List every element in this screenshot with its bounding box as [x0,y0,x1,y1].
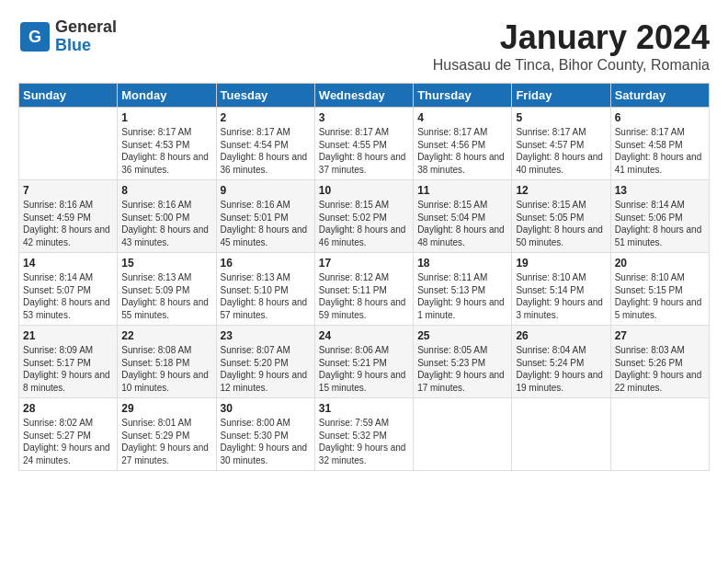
day-cell: 3Sunrise: 8:17 AMSunset: 4:55 PMDaylight… [314,108,413,180]
day-number: 3 [319,111,409,124]
day-number: 15 [121,257,211,270]
day-cell: 18Sunrise: 8:11 AMSunset: 5:13 PMDayligh… [414,253,512,326]
day-info: Sunrise: 8:16 AMSunset: 4:59 PMDaylight:… [23,200,110,247]
day-info: Sunrise: 8:15 AMSunset: 5:05 PMDaylight:… [516,200,603,247]
day-info: Sunrise: 8:16 AMSunset: 5:01 PMDaylight:… [221,200,308,247]
day-info: Sunrise: 8:17 AMSunset: 4:53 PMDaylight:… [121,127,209,175]
day-cell: 17Sunrise: 8:12 AMSunset: 5:11 PMDayligh… [314,253,413,326]
logo: G General Blue [18,18,117,55]
day-info: Sunrise: 8:07 AMSunset: 5:20 PMDaylight:… [221,345,308,393]
day-cell: 19Sunrise: 8:10 AMSunset: 5:14 PMDayligh… [512,253,610,326]
day-number: 9 [221,184,311,197]
day-info: Sunrise: 8:15 AMSunset: 5:02 PMDaylight:… [319,200,406,247]
day-number: 16 [221,257,311,270]
day-cell: 11Sunrise: 8:15 AMSunset: 5:04 PMDayligh… [414,180,512,253]
day-number: 27 [615,329,705,342]
day-cell [512,398,610,471]
day-info: Sunrise: 8:17 AMSunset: 4:54 PMDaylight:… [221,127,308,175]
day-cell: 28Sunrise: 8:02 AMSunset: 5:27 PMDayligh… [19,398,118,471]
day-number: 12 [516,184,606,197]
day-number: 11 [417,184,507,197]
day-cell: 5Sunrise: 8:17 AMSunset: 4:57 PMDaylight… [512,108,610,180]
day-cell: 29Sunrise: 8:01 AMSunset: 5:29 PMDayligh… [118,398,216,471]
week-row-3: 14Sunrise: 8:14 AMSunset: 5:07 PMDayligh… [19,253,710,326]
title-area: January 2024 Husasau de Tinca, Bihor Cou… [433,18,710,74]
day-info: Sunrise: 8:08 AMSunset: 5:18 PMDaylight:… [121,345,209,393]
day-number: 8 [121,184,211,197]
day-number: 24 [319,329,409,342]
day-number: 10 [319,184,409,197]
day-info: Sunrise: 8:03 AMSunset: 5:26 PMDaylight:… [615,345,702,393]
logo-blue-text: Blue [55,37,117,55]
week-row-4: 21Sunrise: 8:09 AMSunset: 5:17 PMDayligh… [19,326,710,398]
day-cell: 21Sunrise: 8:09 AMSunset: 5:17 PMDayligh… [19,326,118,398]
day-number: 13 [615,184,705,197]
day-number: 25 [417,329,507,342]
day-cell: 27Sunrise: 8:03 AMSunset: 5:26 PMDayligh… [610,326,709,398]
day-cell: 6Sunrise: 8:17 AMSunset: 4:58 PMDaylight… [610,108,709,180]
day-cell: 4Sunrise: 8:17 AMSunset: 4:56 PMDaylight… [414,108,512,180]
day-info: Sunrise: 8:05 AMSunset: 5:23 PMDaylight:… [417,345,505,393]
day-cell [610,398,709,471]
day-number: 29 [121,402,211,415]
day-info: Sunrise: 8:17 AMSunset: 4:57 PMDaylight:… [516,127,603,175]
day-cell: 23Sunrise: 8:07 AMSunset: 5:20 PMDayligh… [216,326,314,398]
day-cell: 22Sunrise: 8:08 AMSunset: 5:18 PMDayligh… [118,326,216,398]
day-number: 14 [23,257,113,270]
day-number: 17 [319,257,409,270]
day-info: Sunrise: 8:13 AMSunset: 5:10 PMDaylight:… [221,272,308,320]
day-number: 2 [221,111,311,124]
day-info: Sunrise: 8:14 AMSunset: 5:06 PMDaylight:… [615,200,702,247]
month-title: January 2024 [433,18,710,57]
day-number: 18 [417,257,507,270]
day-number: 20 [615,257,705,270]
day-cell: 7Sunrise: 8:16 AMSunset: 4:59 PMDaylight… [19,180,118,253]
day-number: 30 [221,402,311,415]
weekday-header-row: SundayMondayTuesdayWednesdayThursdayFrid… [19,84,710,108]
day-number: 28 [23,402,113,415]
day-number: 23 [221,329,311,342]
calendar-table: SundayMondayTuesdayWednesdayThursdayFrid… [18,83,710,471]
logo-general-text: General [55,18,117,37]
day-number: 5 [516,111,606,124]
day-info: Sunrise: 8:15 AMSunset: 5:04 PMDaylight:… [417,200,505,247]
logo-icon: G [18,20,51,53]
day-number: 7 [23,184,113,197]
day-cell: 16Sunrise: 8:13 AMSunset: 5:10 PMDayligh… [216,253,314,326]
weekday-header-wednesday: Wednesday [314,84,413,108]
day-info: Sunrise: 8:06 AMSunset: 5:21 PMDaylight:… [319,345,406,393]
location-title: Husasau de Tinca, Bihor County, Romania [433,57,710,74]
day-info: Sunrise: 8:10 AMSunset: 5:15 PMDaylight:… [615,272,702,320]
weekday-header-tuesday: Tuesday [216,84,314,108]
day-cell: 26Sunrise: 8:04 AMSunset: 5:24 PMDayligh… [512,326,610,398]
day-number: 22 [121,329,211,342]
day-info: Sunrise: 8:01 AMSunset: 5:29 PMDaylight:… [121,418,209,465]
weekday-header-sunday: Sunday [19,84,118,108]
day-cell: 30Sunrise: 8:00 AMSunset: 5:30 PMDayligh… [216,398,314,471]
day-info: Sunrise: 8:16 AMSunset: 5:00 PMDaylight:… [121,200,209,247]
day-cell: 12Sunrise: 8:15 AMSunset: 5:05 PMDayligh… [512,180,610,253]
day-cell: 14Sunrise: 8:14 AMSunset: 5:07 PMDayligh… [19,253,118,326]
day-info: Sunrise: 8:12 AMSunset: 5:11 PMDaylight:… [319,272,406,320]
day-cell [414,398,512,471]
day-info: Sunrise: 8:14 AMSunset: 5:07 PMDaylight:… [23,272,110,320]
day-number: 6 [615,111,705,124]
weekday-header-saturday: Saturday [610,84,709,108]
day-info: Sunrise: 8:17 AMSunset: 4:55 PMDaylight:… [319,127,406,175]
header: G General Blue January 2024 Husasau de T… [18,18,710,74]
day-cell: 24Sunrise: 8:06 AMSunset: 5:21 PMDayligh… [314,326,413,398]
day-info: Sunrise: 7:59 AMSunset: 5:32 PMDaylight:… [319,418,406,465]
day-number: 21 [23,329,113,342]
day-cell: 13Sunrise: 8:14 AMSunset: 5:06 PMDayligh… [610,180,709,253]
day-cell: 1Sunrise: 8:17 AMSunset: 4:53 PMDaylight… [118,108,216,180]
day-number: 19 [516,257,606,270]
weekday-header-monday: Monday [118,84,216,108]
day-info: Sunrise: 8:02 AMSunset: 5:27 PMDaylight:… [23,418,110,465]
week-row-2: 7Sunrise: 8:16 AMSunset: 4:59 PMDaylight… [19,180,710,253]
day-cell: 10Sunrise: 8:15 AMSunset: 5:02 PMDayligh… [314,180,413,253]
week-row-5: 28Sunrise: 8:02 AMSunset: 5:27 PMDayligh… [19,398,710,471]
day-cell: 8Sunrise: 8:16 AMSunset: 5:00 PMDaylight… [118,180,216,253]
day-info: Sunrise: 8:00 AMSunset: 5:30 PMDaylight:… [221,418,308,465]
day-number: 26 [516,329,606,342]
day-cell: 15Sunrise: 8:13 AMSunset: 5:09 PMDayligh… [118,253,216,326]
